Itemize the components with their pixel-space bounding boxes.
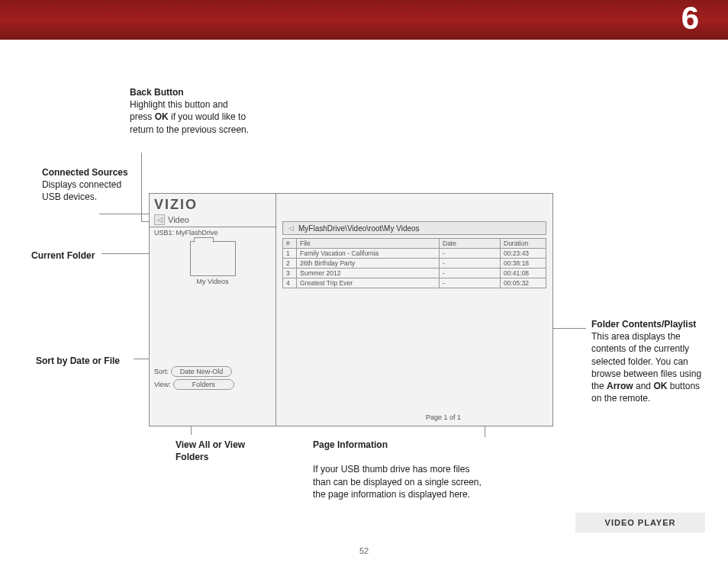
leader-line	[99, 214, 151, 214]
sort-selector[interactable]: Date New-Old	[171, 366, 232, 377]
page-indicator: Page 1 of 1	[426, 413, 461, 421]
row-num: 4	[283, 278, 297, 288]
row-file: Family Vacation - California	[297, 249, 440, 259]
vizio-logo: VIZIO	[154, 197, 271, 213]
row-date: -	[440, 249, 501, 259]
row-num: 1	[283, 249, 297, 259]
breadcrumb-path: MyFlashDrive\Video\root\My Videos	[298, 224, 420, 233]
row-date: -	[440, 269, 501, 278]
col-num: #	[283, 239, 297, 249]
ann-view: View All or View Folders	[176, 439, 267, 463]
row-num: 3	[283, 269, 297, 278]
header-band	[0, 0, 728, 40]
panel-content: ◁ MyFlashDrive\Video\root\My Videos # Fi…	[276, 217, 552, 426]
leader-line	[141, 153, 142, 221]
page-number: 52	[359, 546, 369, 555]
ann-sort: Sort by Date or File	[36, 355, 143, 367]
row-date: -	[440, 278, 501, 288]
view-label: View:	[154, 381, 171, 388]
ann-connected-sources: Connected Sources Displays connected USB…	[42, 166, 134, 204]
row-duration: 00:41:08	[501, 269, 546, 278]
row-file: 26th Birthday Party	[297, 259, 440, 269]
table-row[interactable]: 226th Birthday Party-00:38:18	[283, 259, 546, 269]
back-button[interactable]: ◁	[154, 214, 165, 225]
col-duration: Duration	[501, 239, 546, 249]
ann-page-info: Page Information If your USB thumb drive…	[313, 439, 488, 500]
row-duration: 00:05:32	[501, 278, 546, 288]
row-file: Greatest Trip Ever	[297, 278, 440, 288]
chapter-number: 6	[681, 0, 699, 37]
table-row[interactable]: 3Summer 2012-00:41:08	[283, 269, 546, 278]
footer-section-label: VIDEO PLAYER	[575, 513, 705, 532]
ann-title: Back Button	[130, 87, 184, 98]
sort-label: Sort:	[154, 368, 169, 375]
folder-icon[interactable]	[190, 241, 236, 276]
folder-name: My Videos	[154, 278, 271, 285]
col-file: File	[297, 239, 440, 249]
ann-current-folder: Current Folder	[31, 249, 138, 262]
row-duration: 00:38:18	[501, 259, 546, 269]
col-date: Date	[440, 239, 501, 249]
view-selector[interactable]: Folders	[173, 379, 234, 390]
row-date: -	[440, 259, 501, 269]
panel-header: VIZIO ◁ Video	[150, 194, 276, 227]
row-num: 2	[283, 259, 297, 269]
video-player-panel: VIZIO ◁ Video USB1: MyFlashDrive My Vide…	[149, 193, 553, 426]
source-label: USB1: MyFlashDrive	[154, 229, 271, 236]
panel-left-sidebar: USB1: MyFlashDrive My Videos Sort: Date …	[150, 227, 276, 426]
row-duration: 00:23:43	[501, 249, 546, 259]
breadcrumb: ◁ MyFlashDrive\Video\root\My Videos	[282, 221, 546, 235]
ann-folder-contents: Folder Contents/Playlist This area displ…	[591, 318, 706, 404]
row-file: Summer 2012	[297, 269, 440, 278]
ann-back-button: Back Button Highlight this button and pr…	[130, 86, 252, 136]
breadcrumb-back-icon[interactable]: ◁	[286, 224, 295, 233]
file-table: # File Date Duration 1Family Vacation - …	[282, 238, 546, 288]
mode-label: Video	[168, 215, 189, 224]
table-row[interactable]: 4Greatest Trip Ever-00:05:32	[283, 278, 546, 288]
table-row[interactable]: 1Family Vacation - California-00:23:43	[283, 249, 546, 259]
